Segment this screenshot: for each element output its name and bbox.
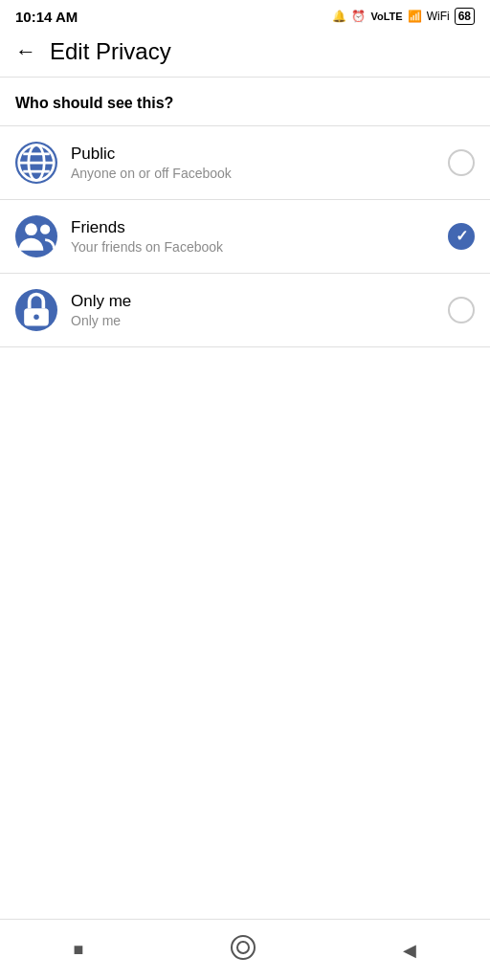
only-me-text: Only me Only me	[71, 292, 448, 328]
status-bar: 10:14 AM 🔔 ⏰ VoLTE 📶 WiFi 68	[0, 0, 490, 29]
only-me-label: Only me	[71, 292, 448, 311]
clock-icon: ⏰	[351, 10, 366, 23]
public-icon	[15, 142, 57, 184]
section-title: Who should see this?	[0, 78, 490, 126]
back-arrow-icon: ←	[15, 39, 36, 64]
options-list: Public Anyone on or off Facebook Friends…	[0, 126, 490, 919]
nav-back-button[interactable]: ◀	[403, 940, 416, 961]
alarm-icon: 🔔	[332, 10, 346, 23]
stop-icon: ■	[74, 940, 84, 960]
svg-point-9	[232, 936, 255, 959]
friends-text: Friends Your friends on Facebook	[71, 218, 448, 255]
back-button[interactable]: ←	[15, 39, 36, 64]
check-icon: ✓	[456, 229, 468, 244]
signal-icon: 📶	[408, 10, 422, 23]
option-public[interactable]: Public Anyone on or off Facebook	[0, 126, 490, 200]
wifi-icon: WiFi	[427, 10, 450, 23]
home-circle-icon	[230, 934, 256, 967]
header: ← Edit Privacy	[0, 29, 490, 78]
page-title: Edit Privacy	[50, 38, 171, 65]
friends-sublabel: Your friends on Facebook	[71, 239, 448, 255]
friends-icon	[15, 215, 57, 257]
public-radio[interactable]	[448, 149, 475, 176]
only-me-icon	[15, 289, 57, 331]
battery-indicator: 68	[455, 8, 475, 25]
status-time: 10:14 AM	[15, 9, 78, 25]
svg-point-8	[33, 315, 39, 321]
status-icons: 🔔 ⏰ VoLTE 📶 WiFi 68	[332, 8, 475, 25]
nav-home-button[interactable]	[230, 934, 256, 967]
nav-stop-button[interactable]: ■	[74, 940, 84, 960]
friends-radio[interactable]: ✓	[448, 223, 475, 250]
svg-point-6	[40, 225, 50, 234]
public-sublabel: Anyone on or off Facebook	[71, 166, 448, 181]
friends-label: Friends	[71, 218, 448, 237]
svg-point-5	[25, 223, 37, 235]
public-label: Public	[71, 145, 448, 164]
option-friends[interactable]: Friends Your friends on Facebook ✓	[0, 200, 490, 274]
public-text: Public Anyone on or off Facebook	[71, 145, 448, 181]
vo-icon: VoLTE	[370, 11, 402, 22]
only-me-radio[interactable]	[448, 297, 475, 323]
option-only-me[interactable]: Only me Only me	[0, 274, 490, 347]
svg-point-10	[237, 942, 249, 953]
bottom-nav: ■ ◀	[0, 919, 490, 980]
only-me-sublabel: Only me	[71, 313, 448, 328]
nav-back-icon: ◀	[403, 940, 416, 961]
